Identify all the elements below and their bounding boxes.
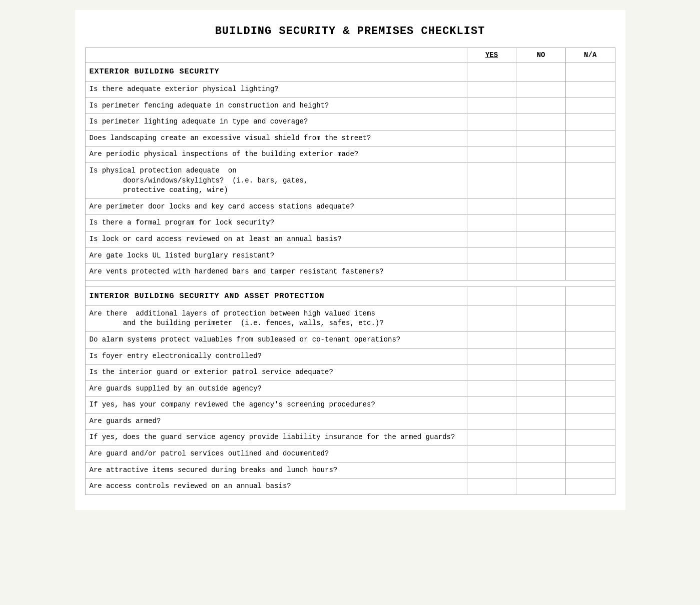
table-row: Are gate locks UL listed burglary resist…	[85, 248, 615, 264]
no-cell[interactable]	[516, 114, 566, 130]
yes-cell[interactable]	[467, 462, 516, 478]
yes-cell[interactable]	[467, 364, 516, 381]
yes-cell[interactable]	[467, 162, 516, 198]
yes-cell[interactable]	[467, 397, 516, 414]
yes-cell[interactable]	[467, 446, 516, 462]
yes-cell[interactable]	[467, 215, 516, 232]
section-header-row: INTERIOR BUILDING SECURITY AND ASSET PRO…	[85, 286, 615, 306]
yes-cell[interactable]	[467, 198, 516, 215]
yes-cell[interactable]	[467, 114, 516, 130]
question-text: Is perimeter fencing adequate in constru…	[85, 98, 467, 114]
question-text: Is there a formal program for lock secur…	[85, 215, 467, 232]
na-cell[interactable]	[565, 82, 615, 98]
yes-cell[interactable]	[467, 348, 516, 364]
no-cell[interactable]	[516, 82, 566, 98]
yes-cell[interactable]	[467, 413, 516, 430]
no-cell[interactable]	[516, 306, 566, 332]
table-row: Is perimeter lighting adequate in type a…	[85, 114, 615, 130]
na-cell[interactable]	[565, 114, 615, 130]
na-cell[interactable]	[565, 413, 615, 430]
question-text: Is the interior guard or exterior patrol…	[85, 364, 467, 381]
no-cell[interactable]	[516, 348, 566, 364]
yes-cell[interactable]	[467, 264, 516, 280]
section-header-no-cell	[516, 62, 566, 82]
na-cell[interactable]	[565, 198, 615, 215]
question-text: If yes, has your company reviewed the ag…	[85, 397, 467, 414]
no-cell[interactable]	[516, 248, 566, 264]
yes-cell[interactable]	[467, 430, 516, 446]
na-cell[interactable]	[565, 162, 615, 198]
na-cell[interactable]	[565, 478, 615, 495]
no-cell[interactable]	[516, 380, 566, 397]
table-row: Is there a formal program for lock secur…	[85, 215, 615, 232]
na-cell[interactable]	[565, 462, 615, 478]
question-text: Are periodic physical inspections of the…	[85, 146, 467, 163]
no-cell[interactable]	[516, 162, 566, 198]
no-cell[interactable]	[516, 146, 566, 163]
no-cell[interactable]	[516, 478, 566, 495]
yes-cell[interactable]	[467, 130, 516, 146]
table-row: Are access controls reviewed on an annua…	[85, 478, 615, 495]
question-text: Are guards supplied by an outside agency…	[85, 380, 467, 397]
no-cell[interactable]	[516, 446, 566, 462]
question-text: Is lock or card access reviewed on at le…	[85, 231, 467, 248]
na-cell[interactable]	[565, 364, 615, 381]
na-cell[interactable]	[565, 380, 615, 397]
question-text-multiline: Is physical protection adequate on doors…	[85, 162, 467, 198]
question-text: If yes, does the guard service agency pr…	[85, 430, 467, 446]
page-title: BUILDING SECURITY & PREMISES CHECKLIST	[85, 25, 615, 38]
no-cell[interactable]	[516, 364, 566, 381]
no-cell[interactable]	[516, 98, 566, 114]
question-line: Are there additional layers of protectio…	[90, 309, 463, 319]
header-yes: YES	[467, 48, 516, 62]
table-row: Are attractive items secured during brea…	[85, 462, 615, 478]
question-text-multiline: Are there additional layers of protectio…	[85, 306, 467, 332]
yes-cell[interactable]	[467, 332, 516, 348]
na-cell[interactable]	[565, 397, 615, 414]
table-row: Does landscaping create an excessive vis…	[85, 130, 615, 146]
na-cell[interactable]	[565, 306, 615, 332]
no-cell[interactable]	[516, 231, 566, 248]
question-text: Are gate locks UL listed burglary resist…	[85, 248, 467, 264]
spacer-cell	[85, 280, 615, 286]
table-row: Are perimeter door locks and key card ac…	[85, 198, 615, 215]
no-cell[interactable]	[516, 130, 566, 146]
section-header-label: EXTERIOR BUILDING SECURITY	[85, 62, 467, 82]
question-text: Is foyer entry electronically controlled…	[85, 348, 467, 364]
na-cell[interactable]	[565, 248, 615, 264]
na-cell[interactable]	[565, 430, 615, 446]
no-cell[interactable]	[516, 264, 566, 280]
na-cell[interactable]	[565, 332, 615, 348]
question-text: Are guard and/or patrol services outline…	[85, 446, 467, 462]
no-cell[interactable]	[516, 198, 566, 215]
yes-cell[interactable]	[467, 82, 516, 98]
yes-cell[interactable]	[467, 478, 516, 495]
section-header-yes-cell	[467, 62, 516, 82]
table-row: Is lock or card access reviewed on at le…	[85, 231, 615, 248]
header-na: N/A	[565, 48, 615, 62]
yes-cell[interactable]	[467, 146, 516, 163]
question-line: doors/windows/skylights? (i.e. bars, gat…	[90, 176, 463, 186]
question-text: Are attractive items secured during brea…	[85, 462, 467, 478]
na-cell[interactable]	[565, 215, 615, 232]
no-cell[interactable]	[516, 215, 566, 232]
yes-cell[interactable]	[467, 380, 516, 397]
no-cell[interactable]	[516, 462, 566, 478]
na-cell[interactable]	[565, 348, 615, 364]
table-row: Are vents protected with hardened bars a…	[85, 264, 615, 280]
na-cell[interactable]	[565, 231, 615, 248]
no-cell[interactable]	[516, 332, 566, 348]
na-cell[interactable]	[565, 146, 615, 163]
no-cell[interactable]	[516, 397, 566, 414]
yes-cell[interactable]	[467, 306, 516, 332]
yes-cell[interactable]	[467, 231, 516, 248]
yes-cell[interactable]	[467, 248, 516, 264]
na-cell[interactable]	[565, 130, 615, 146]
na-cell[interactable]	[565, 98, 615, 114]
na-cell[interactable]	[565, 264, 615, 280]
table-row: Is foyer entry electronically controlled…	[85, 348, 615, 364]
no-cell[interactable]	[516, 413, 566, 430]
no-cell[interactable]	[516, 430, 566, 446]
na-cell[interactable]	[565, 446, 615, 462]
yes-cell[interactable]	[467, 98, 516, 114]
